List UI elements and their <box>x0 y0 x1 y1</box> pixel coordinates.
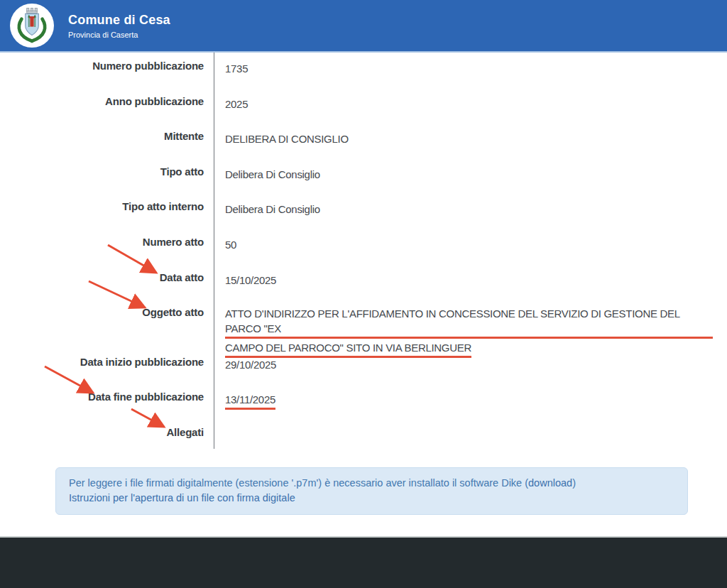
publication-detail: Numero pubblicazione 1735 Anno pubblicaz… <box>0 53 727 449</box>
coat-of-arms-icon <box>14 7 50 44</box>
field-label: Data atto <box>0 264 204 300</box>
field-value: Delibera Di Consiglio <box>214 193 727 229</box>
site-title: Comune di Cesa <box>68 13 170 28</box>
field-label: Numero atto <box>0 229 204 264</box>
field-label: Tipo atto interno <box>0 193 204 229</box>
site-subtitle: Provincia di Caserta <box>68 31 170 39</box>
field-value: 2025 <box>214 88 727 124</box>
field-label: Tipo atto <box>0 158 204 194</box>
field-value: ATTO D'INDIRIZZO PER L'AFFIDAMENTO IN CO… <box>214 299 727 348</box>
field-row-data-fine-pubblicazione: Data fine pubblicazione 13/11/2025 <box>0 383 727 419</box>
field-row-numero-atto: Numero atto 50 <box>0 229 727 264</box>
field-value: 1735 <box>214 53 727 88</box>
field-label: Allegati <box>0 419 204 449</box>
field-value <box>214 419 727 449</box>
field-label: Oggetto atto <box>0 299 204 348</box>
oggetto-line-1: ATTO D'INDIRIZZO PER L'AFFIDAMENTO IN CO… <box>225 306 713 339</box>
field-row-tipo-atto-interno: Tipo atto interno Delibera Di Consiglio <box>0 193 727 229</box>
field-value: DELIBERA DI CONSIGLIO <box>214 123 727 158</box>
field-value: 29/10/2025 <box>214 349 727 384</box>
site-footer <box>0 536 727 588</box>
field-value: 13/11/2025 <box>214 383 727 419</box>
municipal-logo <box>10 4 54 48</box>
data-fine-value: 13/11/2025 <box>225 392 275 410</box>
info-line-1: Per leggere i file firmati digitalmente … <box>69 476 674 491</box>
site-header: Comune di Cesa Provincia di Caserta <box>0 0 727 53</box>
field-row-mittente: Mittente DELIBERA DI CONSIGLIO <box>0 123 727 158</box>
field-value: 15/10/2025 <box>214 264 727 300</box>
field-row-allegati: Allegati <box>0 419 727 449</box>
dike-download-link[interactable]: download <box>528 477 572 489</box>
field-label: Mittente <box>0 123 204 158</box>
field-row-data-atto: Data atto 15/10/2025 <box>0 264 727 300</box>
signature-instructions-link[interactable]: Istruzioni per l'apertura di un file con… <box>69 492 295 503</box>
field-label: Anno pubblicazione <box>0 88 204 124</box>
field-label: Numero pubblicazione <box>0 53 204 88</box>
field-row-tipo-atto: Tipo atto Delibera Di Consiglio <box>0 158 727 194</box>
field-row-numero-pubblicazione: Numero pubblicazione 1735 <box>0 53 727 88</box>
field-row-data-inizio-pubblicazione: Data inizio pubblicazione 29/10/2025 <box>0 349 727 384</box>
field-label: Data fine pubblicazione <box>0 383 204 419</box>
info-line-2: Istruzioni per l'apertura di un file con… <box>69 491 674 506</box>
field-value: 50 <box>214 229 727 264</box>
field-value: Delibera Di Consiglio <box>214 158 727 194</box>
field-row-oggetto-atto: Oggetto atto ATTO D'INDIRIZZO PER L'AFFI… <box>0 299 727 348</box>
field-row-anno-pubblicazione: Anno pubblicazione 2025 <box>0 88 727 124</box>
field-label: Data inizio pubblicazione <box>0 349 204 384</box>
digital-signature-info-box: Per leggere i file firmati digitalmente … <box>55 467 688 515</box>
